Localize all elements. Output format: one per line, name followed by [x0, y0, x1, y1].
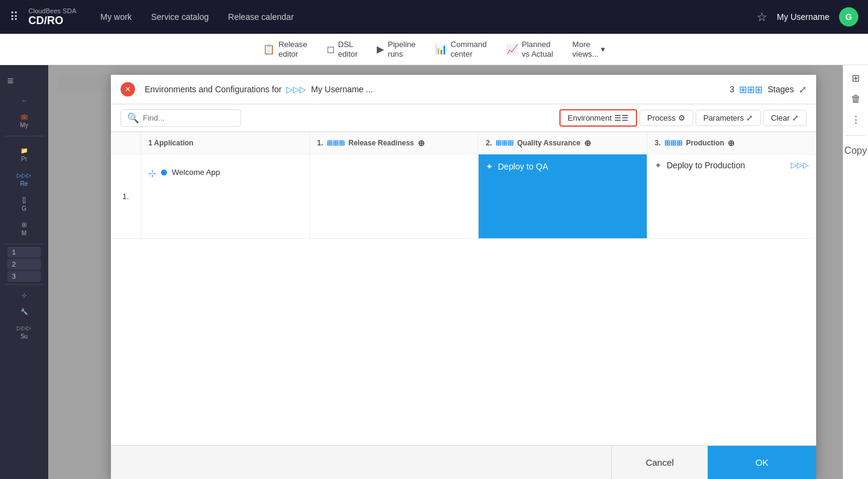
release-editor-label: Releaseeditor [278, 40, 307, 59]
th-stage2-num: 2. [486, 139, 492, 147]
cancel-button[interactable]: Cancel [611, 446, 708, 479]
avatar[interactable]: G [839, 7, 858, 27]
parameters-button[interactable]: Parameters ⤢ [696, 110, 761, 126]
stages-icon: ⊞⊞⊞ [739, 84, 763, 95]
sidebar-item-connections[interactable]: ⊹ [5, 287, 43, 303]
modal-stages: 3 ⊞⊞⊞ Stages [730, 84, 794, 95]
deploy-qa-label: Deploy to QA [498, 162, 548, 171]
ok-button[interactable]: OK [708, 446, 816, 479]
th-stage3-add-icon[interactable]: ⊕ [728, 138, 735, 148]
star-icon[interactable]: ☆ [756, 10, 767, 24]
th-stage3-num: 3. [655, 139, 661, 147]
th-application: 1 Application [141, 132, 310, 154]
environment-button[interactable]: Environment ☰☰ [559, 109, 637, 127]
bracket-icon: [] [22, 197, 26, 203]
sidebar-section: 📁 Pr ▷▷▷ Re [] G ⊞ M 1 2 3 ⊹ [0, 139, 48, 348]
toolbar-pipeline-runs[interactable]: ▶ Pipelineruns [368, 36, 424, 62]
sidebar-num-1[interactable]: 1 [7, 247, 41, 258]
modal-title-prefix: Environments and Configurations for [145, 84, 281, 94]
username-label: My Username [777, 12, 829, 22]
right-panel-add-icon[interactable]: ⊞ [849, 70, 862, 86]
app-cell: ⊹ Welcome App [148, 160, 220, 179]
sidebar-item-pr[interactable]: 📁 Pr [5, 142, 43, 167]
th-stage2-add-icon[interactable]: ⊕ [584, 138, 591, 148]
sidebar-item-su[interactable]: ▷▷▷ Su [5, 320, 43, 344]
clear-expand-icon: ⤢ [792, 113, 799, 122]
sidebar-item-briefcase[interactable]: 💼 My [0, 109, 48, 133]
stage1-grid-icon: ⊞⊞⊞ [327, 139, 345, 147]
search-input[interactable] [143, 113, 234, 122]
planned-actual-label: Plannedvs Actual [522, 40, 553, 59]
process-label: Process [647, 113, 676, 122]
nav-service-catalog[interactable]: Service catalog [151, 12, 209, 22]
nav-right: ☆ My Username G [756, 7, 858, 27]
sidebar-item-back[interactable]: ← [0, 92, 48, 109]
tools-icon: 🔧 [20, 308, 28, 315]
th-stage1-label: Release Readiness [348, 139, 414, 147]
td-stage2-deploy[interactable]: ✦ Deploy to QA [479, 154, 647, 238]
toolbar-command-center[interactable]: 📊 Commandcenter [427, 36, 495, 62]
deploy-prod-label: Deploy to Production [667, 160, 745, 170]
more-views-label: Moreviews... [573, 40, 599, 59]
brand-sda: CloudBees SDA [28, 7, 77, 14]
pipeline-runs-label: Pipelineruns [388, 40, 415, 59]
brand: CloudBees SDA CD/RO [28, 7, 77, 27]
td-stage1[interactable] [310, 154, 479, 238]
nav-release-calendar[interactable]: Release calendar [228, 12, 294, 22]
td-stage3-deploy[interactable]: ✦ Deploy to Production ▷▷▷ [647, 154, 816, 238]
sidebar-label-my: My [20, 122, 28, 128]
nav-my-work[interactable]: My work [101, 12, 132, 22]
arrows-icon: ▷▷▷ [17, 172, 31, 179]
expand-icon: ⤢ [746, 113, 753, 122]
stages-label: Stages [767, 84, 794, 94]
grid-icon[interactable]: ⠿ [10, 10, 19, 24]
sidebar: ≡ ← 💼 My 📁 Pr ▷▷▷ Re [] G ⊞ M [0, 65, 48, 479]
modal-expand-icon[interactable]: ⤢ [799, 84, 807, 95]
modal-footer: Cancel OK [111, 445, 816, 479]
right-panel-copy-icon[interactable]: Copy [842, 143, 868, 159]
th-stage3-label: Production [686, 139, 724, 147]
sidebar-toggle[interactable]: ≡ [0, 70, 48, 92]
sidebar-item-m[interactable]: ⊞ M [5, 217, 43, 241]
clear-button[interactable]: Clear ⤢ [763, 110, 807, 126]
dsl-editor-label: DSLeditor [338, 40, 358, 59]
release-editor-icon: 📋 [263, 43, 275, 55]
sidebar-item-re[interactable]: ▷▷▷ Re [5, 167, 43, 192]
deploy-prod-icon: ✦ [655, 160, 662, 170]
toolbar-release-editor[interactable]: 📋 Releaseeditor [254, 36, 316, 62]
content-area: ✕ Environments and Configurations for ▷▷… [48, 65, 843, 479]
su-icon: ▷▷▷ [17, 325, 31, 331]
toolbar-more-views[interactable]: Moreviews... ▾ [564, 36, 614, 62]
sidebar-item-g[interactable]: [] G [5, 192, 43, 217]
more-views-chevron-icon: ▾ [601, 45, 605, 54]
parameters-label: Parameters [703, 113, 744, 122]
process-button[interactable]: Process ⚙ [640, 110, 693, 126]
top-navigation: ⠿ CloudBees SDA CD/RO My work Service ca… [0, 0, 868, 34]
modal-close-button[interactable]: ✕ [121, 82, 135, 97]
main-area: ≡ ← 💼 My 📁 Pr ▷▷▷ Re [] G ⊞ M [0, 65, 868, 479]
main-toolbar: 📋 Releaseeditor ◻ DSLeditor ▶ Pipelineru… [0, 34, 868, 65]
right-panel-menu-icon[interactable]: ⋮ [849, 112, 863, 128]
modal-toolbar: 🔍 Environment ☰☰ Process ⚙ Parameters ⤢ [111, 104, 816, 132]
th-stage1-num: 1. [317, 139, 323, 147]
th-stage3: 3. ⊞⊞⊞ Production ⊕ [647, 132, 816, 154]
sidebar-re-label: Re [20, 180, 28, 187]
sidebar-num-3[interactable]: 3 [7, 271, 41, 282]
modal-actions: Environment ☰☰ Process ⚙ Parameters ⤢ Cl… [559, 109, 807, 127]
sidebar-su-label: Su [20, 333, 28, 340]
list-icon: ☰☰ [614, 113, 629, 122]
table-row: 1. ⊹ Welcome App ✦ Deploy to [111, 154, 816, 239]
sidebar-num-2[interactable]: 2 [7, 259, 41, 270]
sidebar-item-tools[interactable]: 🔧 [5, 303, 43, 320]
toolbar-dsl-editor[interactable]: ◻ DSLeditor [318, 36, 366, 62]
search-box[interactable]: 🔍 [121, 109, 241, 127]
app-cluster-icon: ⊹ [148, 168, 156, 179]
right-panel-delete-icon[interactable]: 🗑 [849, 91, 863, 107]
nav-links: My work Service catalog Release calendar [101, 12, 756, 22]
table-header: 1 Application 1. ⊞⊞⊞ Release Readiness ⊕… [111, 132, 816, 154]
deploy-qa-icon: ✦ [486, 162, 493, 171]
planned-actual-icon: 📈 [506, 43, 518, 55]
toolbar-planned-actual[interactable]: 📈 Plannedvs Actual [498, 36, 562, 62]
modal-header: ✕ Environments and Configurations for ▷▷… [111, 75, 816, 104]
th-stage1-add-icon[interactable]: ⊕ [418, 138, 425, 148]
